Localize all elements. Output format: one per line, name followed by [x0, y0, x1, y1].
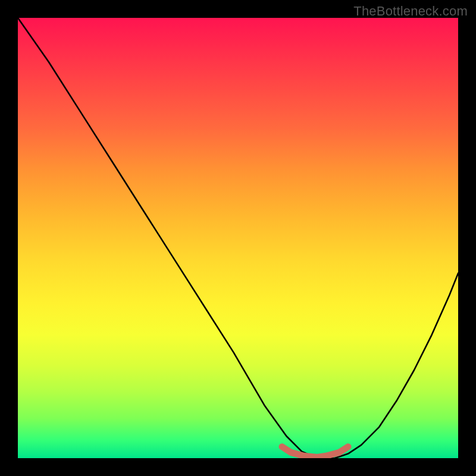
credit-label: TheBottleneck.com: [353, 4, 468, 19]
plot-area: [18, 18, 458, 458]
chart-svg: [18, 18, 458, 458]
bottleneck-curve: [18, 18, 458, 458]
flat-marker-curve: [282, 447, 348, 458]
chart-frame: TheBottleneck.com: [0, 0, 476, 476]
